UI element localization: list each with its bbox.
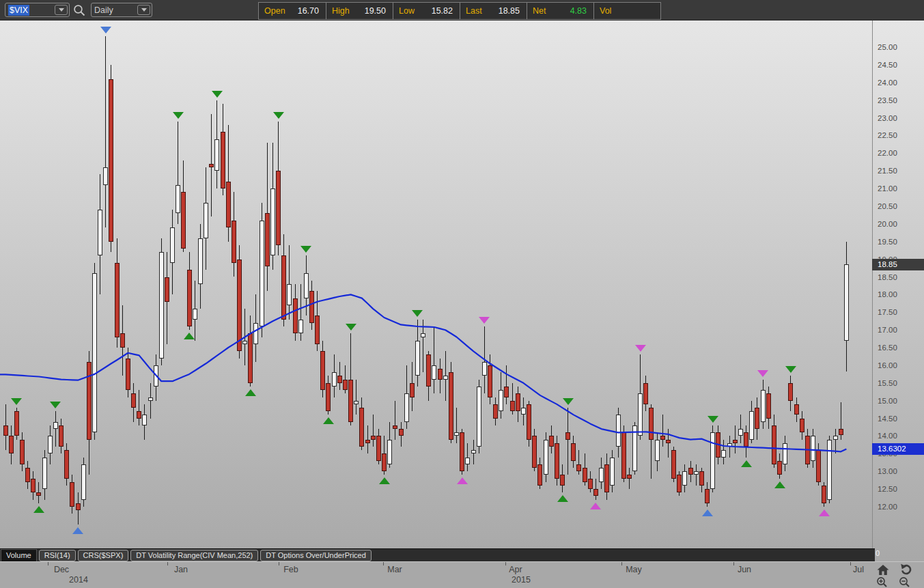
indicator-tab-rsi-14-[interactable]: RSI(14): [39, 550, 76, 561]
signal-triangle-green-up: [245, 389, 256, 396]
signal-triangle-green-up: [33, 506, 44, 513]
year-label: 2015: [512, 575, 531, 585]
signal-triangle-green-down: [563, 398, 574, 405]
price-tick-label: 15.50: [878, 379, 897, 387]
volume-axis-zero-label: 0: [876, 549, 880, 557]
symbol-combobox[interactable]: $VIX: [5, 3, 70, 17]
price-tick-label: 12.00: [878, 503, 897, 511]
price-tick-label: 24.00: [878, 79, 897, 87]
quote-net: Net 4.83: [527, 3, 593, 19]
signal-triangle-magenta-up: [590, 503, 601, 509]
quote-high: High 19.50: [326, 3, 393, 19]
price-tick-label: 20.00: [878, 220, 897, 228]
indicator-tab-crs-spx-[interactable]: CRS($SPX): [78, 550, 129, 561]
indicator-tab-dt-volatility-range-civ-mean-252-[interactable]: DT Volatility Range(CIV Mean,252): [130, 550, 258, 561]
price-tick-label: 21.00: [878, 184, 897, 193]
signal-triangle-magenta-down: [635, 345, 646, 352]
charting-app: $VIX Daily Open 16.70 High 19.50 Low 15.…: [0, 0, 924, 588]
signal-triangle-blue-down: [100, 27, 111, 33]
price-tick-label: 25.00: [878, 43, 897, 51]
signal-triangle-green-down: [412, 310, 423, 317]
candlestick-chart[interactable]: [0, 20, 872, 548]
symbol-text: $VIX: [8, 5, 29, 16]
month-tick: [621, 562, 622, 565]
undo-icon[interactable]: [899, 563, 912, 575]
price-tick-label: 14.50: [878, 415, 897, 423]
price-tick-label: 22.00: [878, 149, 897, 157]
signal-triangle-green-down: [50, 402, 61, 408]
month-tick: [48, 562, 48, 565]
month-tick: [167, 562, 168, 565]
zoom-out-icon[interactable]: [899, 576, 910, 588]
signal-triangle-green-up: [323, 417, 334, 424]
signal-triangle-green-down: [300, 246, 311, 253]
chart-area: 25.0024.5024.0023.5023.0022.5022.0021.50…: [0, 20, 924, 561]
quote-panel: Open 16.70 High 19.50 Low 15.82 Last 18.…: [258, 2, 661, 20]
price-tick-label: 16.00: [878, 361, 897, 369]
quote-vol: Vol: [593, 3, 660, 19]
price-tick-label: 16.50: [878, 344, 897, 352]
signal-triangle-green-down: [212, 91, 223, 98]
open-value: 16.70: [298, 6, 319, 16]
price-tick-label: 24.50: [878, 61, 897, 69]
last-value: 18.85: [499, 6, 520, 16]
symbol-dropdown-button[interactable]: [55, 5, 68, 15]
signal-triangle-blue-up: [702, 509, 713, 516]
open-label: Open: [264, 6, 285, 16]
home-icon[interactable]: [877, 564, 889, 576]
signal-triangle-blue-up: [72, 527, 83, 534]
price-tick-label: 12.50: [878, 485, 897, 493]
search-icon[interactable]: [73, 4, 86, 17]
timeframe-value: Daily: [92, 3, 136, 16]
quote-low: Low 15.82: [393, 3, 460, 19]
price-tick-label: 19.50: [878, 238, 897, 246]
high-value: 19.50: [365, 6, 386, 16]
price-tick-label: 23.50: [878, 96, 897, 104]
indicator-tabbar: VolumeRSI(14)CRS($SPX)DT Volatility Rang…: [0, 548, 875, 561]
zoom-in-icon[interactable]: [876, 576, 888, 588]
net-label: Net: [533, 6, 546, 16]
signal-triangle-green-up: [557, 495, 568, 502]
price-axis[interactable]: 25.0024.5024.0023.5023.0022.5022.0021.50…: [873, 20, 924, 561]
quote-open: Open 16.70: [259, 3, 326, 19]
signal-triangle-magenta-down: [757, 370, 768, 377]
price-tick-label: 21.50: [878, 167, 897, 175]
signal-triangle-green-down: [173, 112, 184, 119]
symbol-input[interactable]: $VIX: [5, 3, 53, 16]
net-value: 4.83: [570, 6, 587, 16]
indicator-tab-dt-options-over-underpriced[interactable]: DT Options Over/UnderPriced: [260, 550, 372, 561]
month-label: Apr: [509, 565, 522, 574]
month-tick: [850, 562, 851, 565]
price-tick-label: 14.00: [878, 432, 897, 440]
price-tick-label: 18.00: [878, 290, 897, 298]
signal-triangle-magenta-up: [819, 509, 830, 516]
chevron-down-icon: [141, 8, 147, 12]
month-label: Jan: [174, 565, 188, 574]
last-label: Last: [466, 6, 482, 16]
price-tick-label: 18.50: [878, 273, 897, 281]
last-price-badge: 18.85: [872, 259, 924, 270]
month-label: Jul: [853, 565, 864, 574]
timeframe-combobox[interactable]: Daily: [91, 3, 152, 17]
quote-last: Last 18.85: [460, 3, 527, 19]
signal-triangle-green-up: [379, 477, 390, 484]
price-tick-label: 13.00: [878, 467, 897, 475]
signal-triangle-green-down: [346, 324, 356, 331]
indicator-tab-volume[interactable]: Volume: [1, 549, 37, 562]
month-label: Jun: [738, 565, 751, 574]
month-tick: [733, 562, 734, 565]
price-tick-label: 17.00: [878, 326, 897, 334]
vol-label: Vol: [600, 6, 611, 16]
price-tick-label: 15.00: [878, 397, 897, 405]
timeframe-dropdown-button[interactable]: [137, 5, 150, 15]
price-tick-label: 17.50: [878, 308, 897, 316]
price-tick-label: 23.00: [878, 114, 897, 122]
month-tick: [505, 562, 506, 565]
signal-triangle-green-down: [785, 366, 796, 373]
month-tick: [279, 562, 279, 565]
year-label: 2014: [69, 575, 88, 585]
signal-triangle-magenta-down: [479, 317, 490, 324]
date-axis[interactable]: DecJanFebMarAprMayJunJul20142015: [0, 561, 924, 588]
month-label: Dec: [54, 565, 69, 574]
chart-nav-buttons: [875, 563, 919, 588]
